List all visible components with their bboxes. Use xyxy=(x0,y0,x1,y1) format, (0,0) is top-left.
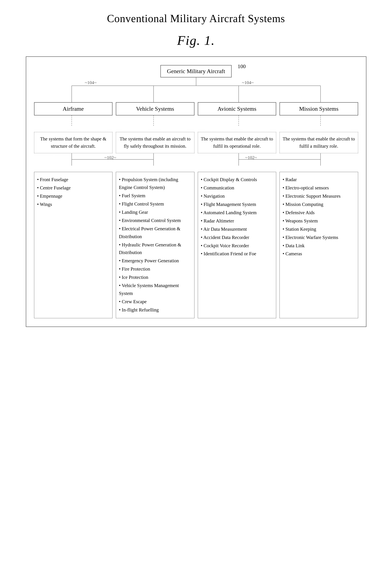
desc-airframe-text: The systems that form the shape & struct… xyxy=(40,136,106,149)
list-item: Fire Protection xyxy=(119,265,191,273)
list-item: Crew Escape xyxy=(119,298,191,306)
list-item: Communication xyxy=(201,184,273,192)
list-item: Wings xyxy=(37,200,110,208)
top-node-box: Generic Military Aircraft 100 xyxy=(160,65,232,77)
svg-text:~104~: ~104~ xyxy=(85,80,96,85)
list-item: Mission Computing xyxy=(283,200,355,208)
list-item: Centre Fuselage xyxy=(37,184,110,192)
list-item: Radar xyxy=(283,176,355,184)
list-item: Radar Altimeter xyxy=(201,217,273,225)
ref-100: 100 xyxy=(238,63,246,70)
list-item: Hydraulic Power Generation & Distributio… xyxy=(119,241,191,257)
list-item: Electronic Support Measures xyxy=(283,192,355,200)
list-item: Weapons System xyxy=(283,217,355,225)
list-item: Empennage xyxy=(37,192,110,200)
mid-connectors-area xyxy=(32,115,360,126)
detail-avionic: Cockpit Display & Controls Communication… xyxy=(198,172,276,318)
desc-vehicle: The systems that enable an aircraft to f… xyxy=(116,132,195,153)
list-item: Station Keeping xyxy=(283,225,355,233)
lower-connectors-area: ~102~ ~102~ xyxy=(32,153,360,166)
lower-connectors-svg: ~102~ ~102~ xyxy=(32,153,360,166)
list-item: Navigation xyxy=(201,192,273,200)
fig-label: Fig. 1. xyxy=(177,33,215,48)
diagram-inner: Generic Military Aircraft 100 xyxy=(32,65,360,318)
detail-airframe: Front Fuselage Centre Fuselage Empennage… xyxy=(34,172,113,318)
mid-connectors-svg xyxy=(32,115,360,126)
second-box-mission-label: Mission Systems xyxy=(299,106,338,112)
top-node-label: Generic Military Aircraft xyxy=(167,68,225,74)
detail-avionic-list: Cockpit Display & Controls Communication… xyxy=(201,176,273,258)
detail-vehicle: Propulsion System (including Engine Cont… xyxy=(116,172,195,318)
list-item: Accident Data Recorder xyxy=(201,234,273,242)
list-item: Electrical Power Generation & Distributi… xyxy=(119,225,191,241)
detail-row: Front Fuselage Centre Fuselage Empennage… xyxy=(32,172,360,318)
detail-vehicle-list: Propulsion System (including Engine Cont… xyxy=(119,176,191,314)
top-connectors-svg: ~104~ ~104~ xyxy=(32,77,360,102)
list-item: Electro-optical sensors xyxy=(283,184,355,192)
detail-airframe-list: Front Fuselage Centre Fuselage Empennage… xyxy=(37,176,110,208)
description-row: The systems that form the shape & struct… xyxy=(32,132,360,153)
second-box-airframe-label: Airframe xyxy=(63,106,84,112)
list-item: Electronic Warfare Systems xyxy=(283,234,355,242)
list-item: Emergency Power Generation xyxy=(119,257,191,265)
second-box-mission: Mission Systems xyxy=(280,102,358,115)
list-item: Cockpit Display & Controls xyxy=(201,176,273,184)
second-box-vehicle: Vehicle Systems xyxy=(116,102,195,115)
second-box-vehicle-label: Vehicle Systems xyxy=(136,106,174,112)
page-title: Conventional Military Aircraft Systems xyxy=(107,12,285,25)
desc-avionic-text: The systems that enable the aircraft to … xyxy=(201,136,273,149)
list-item: Cameras xyxy=(283,250,355,258)
desc-mission: The systems that enable the aircraft to … xyxy=(280,132,358,153)
list-item: Environmental Control System xyxy=(119,217,191,225)
second-box-avionic: Avionic Systems xyxy=(198,102,276,115)
detail-mission: Radar Electro-optical sensors Electronic… xyxy=(280,172,358,318)
list-item: Defensive Aids xyxy=(283,209,355,217)
list-item: Ice Protection xyxy=(119,273,191,281)
desc-mission-text: The systems that enable the aircraft to … xyxy=(283,136,355,149)
list-item: Automated Landing System xyxy=(201,209,273,217)
svg-text:~104~: ~104~ xyxy=(242,80,254,85)
diagram-container: Generic Military Aircraft 100 xyxy=(26,56,366,327)
second-box-avionic-label: Avionic Systems xyxy=(218,106,256,112)
list-item: Front Fuselage xyxy=(37,176,110,184)
desc-airframe: The systems that form the shape & struct… xyxy=(34,132,113,153)
second-box-airframe: Airframe xyxy=(34,102,113,115)
list-item: Air Data Measurement xyxy=(201,225,273,233)
list-item: Propulsion System (including Engine Cont… xyxy=(119,176,191,191)
desc-vehicle-text: The systems that enable an aircraft to f… xyxy=(120,136,191,149)
top-connectors-area: ~104~ ~104~ xyxy=(32,77,360,102)
list-item: Fuel System xyxy=(119,192,191,200)
list-item: Vehicle Systems Management System xyxy=(119,282,191,298)
list-item: Landing Gear xyxy=(119,208,191,216)
list-item: Identification Friend or Foe xyxy=(201,250,273,258)
list-item: Data Link xyxy=(283,242,355,250)
list-item: Flight Control System xyxy=(119,200,191,208)
list-item: In-flight Refuelling xyxy=(119,306,191,314)
list-item: Flight Management System xyxy=(201,200,273,208)
top-node-row: Generic Military Aircraft 100 xyxy=(32,65,360,77)
list-item: Cockpit Voice Recorder xyxy=(201,242,273,250)
second-level-row: Airframe Vehicle Systems Avionic Systems… xyxy=(32,102,360,115)
desc-avionic: The systems that enable the aircraft to … xyxy=(198,132,276,153)
detail-mission-list: Radar Electro-optical sensors Electronic… xyxy=(283,176,355,258)
